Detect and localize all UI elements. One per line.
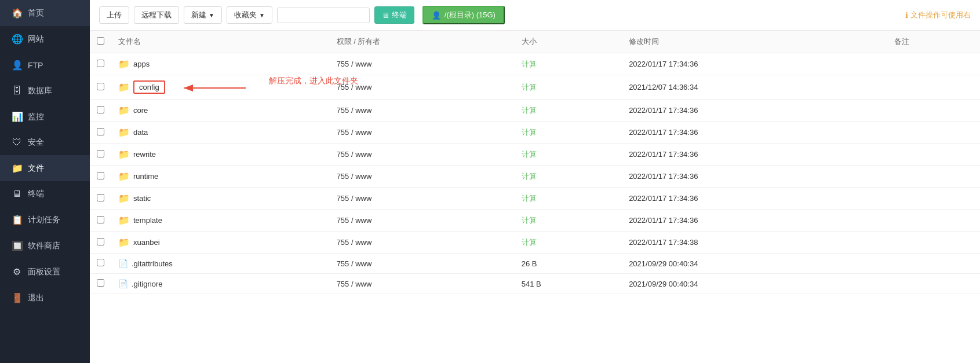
sidebar-item-home[interactable]: 🏠 首页 (0, 0, 90, 26)
file-name-cell: 📁 static (111, 188, 330, 210)
terminal-button[interactable]: 🖥 终端 (374, 6, 414, 24)
table-row[interactable]: 📄 .gitignore 755 / www541 B2021/09/29 00… (90, 274, 980, 294)
sidebar-item-cron[interactable]: 📋 计划任务 (0, 207, 90, 233)
row-checkbox[interactable] (97, 60, 104, 67)
sidebar-item-appstore[interactable]: 🔲 软件商店 (0, 233, 90, 259)
notice-icon: ℹ (905, 11, 908, 20)
filename-label[interactable]: .gitignore (132, 280, 162, 288)
permission-cell: 755 / www (330, 210, 515, 232)
calc-link[interactable]: 计算 (522, 60, 537, 68)
file-name-cell: 📁 data (111, 122, 330, 144)
row-checkbox-cell (90, 75, 111, 100)
row-checkbox[interactable] (97, 150, 104, 157)
row-checkbox[interactable] (97, 194, 104, 201)
filename-label[interactable]: static (133, 194, 151, 203)
sidebar-label-logout: 退出 (28, 293, 44, 303)
permission-cell: 755 / www (330, 274, 515, 294)
table-row[interactable]: 📁 runtime 755 / www计算2022/01/17 17:34:36 (90, 166, 980, 188)
header-filename: 文件名 (111, 31, 330, 53)
table-row[interactable]: 📁 core 755 / www计算2022/01/17 17:34:36 (90, 100, 980, 122)
row-checkbox-cell (90, 166, 111, 188)
security-icon: 🛡 (12, 137, 22, 148)
path-button[interactable]: 👤 /(根目录) (15G) (422, 6, 505, 24)
row-checkbox[interactable] (97, 259, 104, 266)
sidebar-item-terminal[interactable]: 🖥 终端 (0, 181, 90, 207)
sidebar-label-settings: 面板设置 (28, 267, 60, 277)
row-checkbox[interactable] (97, 83, 104, 90)
row-checkbox[interactable] (97, 128, 104, 135)
filename-label[interactable]: .gitattributes (132, 259, 173, 268)
permission-cell: 755 / www (330, 166, 515, 188)
table-row[interactable]: 📁 config 解压完成，进入此文件夹 755 / www计算2021/12/… (90, 75, 980, 100)
main-content: 上传 远程下载 新建 ▼ 收藏夹 ▼ 🖥 终端 👤 /(根目录) (15G) ℹ… (90, 0, 980, 363)
sidebar-item-website[interactable]: 🌐 网站 (0, 26, 90, 52)
table-header-row: 文件名 权限 / 所有者 大小 修改时间 备注 (90, 31, 980, 53)
filename-label[interactable]: runtime (133, 172, 158, 181)
sidebar-item-logout[interactable]: 🚪 退出 (0, 285, 90, 311)
file-icon: 📄 (118, 279, 128, 288)
calc-link[interactable]: 计算 (522, 238, 537, 247)
header-note: 备注 (887, 31, 980, 53)
table-row[interactable]: 📁 xuanbei 755 / www计算2022/01/17 17:34:38 (90, 232, 980, 254)
table-row[interactable]: 📁 data 755 / www计算2022/01/17 17:34:36 (90, 122, 980, 144)
row-checkbox[interactable] (97, 238, 104, 245)
calc-link[interactable]: 计算 (522, 150, 537, 159)
filename-label[interactable]: core (133, 106, 148, 115)
row-checkbox[interactable] (97, 106, 104, 113)
row-checkbox-cell (90, 210, 111, 232)
notice-bar: ℹ 文件操作可使用右 (905, 10, 971, 20)
row-checkbox[interactable] (97, 216, 104, 223)
header-size: 大小 (515, 31, 622, 53)
folder-icon: 📁 (118, 149, 130, 160)
calc-link[interactable]: 计算 (522, 83, 537, 91)
filename-label[interactable]: config (133, 80, 165, 94)
filename-label[interactable]: template (133, 216, 162, 225)
new-button[interactable]: 新建 ▼ (184, 6, 222, 24)
search-input[interactable] (277, 8, 370, 23)
table-row[interactable]: 📁 rewrite 755 / www计算2022/01/17 17:34:36 (90, 144, 980, 166)
note-cell (887, 274, 980, 294)
folder-icon: 📁 (118, 82, 130, 93)
permission-cell: 755 / www (330, 188, 515, 210)
row-checkbox-cell (90, 122, 111, 144)
calc-link[interactable]: 计算 (522, 172, 537, 181)
sidebar-item-monitor[interactable]: 📊 监控 (0, 104, 90, 130)
calc-link[interactable]: 计算 (522, 128, 537, 137)
folder-icon: 📁 (118, 215, 130, 226)
upload-button[interactable]: 上传 (99, 6, 129, 24)
filename-label[interactable]: data (133, 128, 148, 137)
select-all-checkbox[interactable] (97, 37, 104, 45)
favorites-button[interactable]: 收藏夹 ▼ (227, 6, 272, 24)
sidebar-label-website: 网站 (28, 34, 44, 45)
annotation-text: 解压完成，进入此文件夹 (269, 76, 358, 86)
calc-link[interactable]: 计算 (522, 106, 537, 115)
sidebar-item-database[interactable]: 🗄 数据库 (0, 78, 90, 104)
sidebar-item-security[interactable]: 🛡 安全 (0, 130, 90, 155)
filename-label[interactable]: rewrite (133, 150, 156, 159)
sidebar-item-settings[interactable]: ⚙ 面板设置 (0, 259, 90, 285)
table-row[interactable]: 📁 apps 755 / www计算2022/01/17 17:34:36 (90, 53, 980, 75)
table-row[interactable]: 📁 template 755 / www计算2022/01/17 17:34:3… (90, 210, 980, 232)
filename-label[interactable]: xuanbei (133, 238, 160, 247)
remote-download-button[interactable]: 远程下载 (134, 6, 179, 24)
table-row[interactable]: 📁 static 755 / www计算2022/01/17 17:34:36 (90, 188, 980, 210)
terminal-icon: 🖥 (12, 189, 22, 199)
modified-cell: 2022/01/17 17:34:36 (622, 210, 887, 232)
file-name-cell: 📁 runtime (111, 166, 330, 188)
calc-link[interactable]: 计算 (522, 194, 537, 203)
row-checkbox[interactable] (97, 279, 104, 287)
favorites-label: 收藏夹 (234, 10, 257, 20)
sidebar-label-security: 安全 (28, 137, 44, 148)
note-cell (887, 122, 980, 144)
home-icon: 🏠 (12, 8, 22, 19)
new-dropdown-icon: ▼ (209, 12, 214, 19)
row-checkbox[interactable] (97, 172, 104, 179)
calc-link[interactable]: 计算 (522, 216, 537, 225)
sidebar-item-ftp[interactable]: 👤 FTP (0, 52, 90, 78)
modified-cell: 2022/01/17 17:34:36 (622, 166, 887, 188)
filename-label[interactable]: apps (133, 60, 150, 68)
row-checkbox-cell (90, 274, 111, 294)
sidebar-label-ftp: FTP (28, 61, 43, 70)
sidebar-item-files[interactable]: 📁 文件 (0, 155, 90, 181)
table-row[interactable]: 📄 .gitattributes 755 / www26 B2021/09/29… (90, 254, 980, 274)
